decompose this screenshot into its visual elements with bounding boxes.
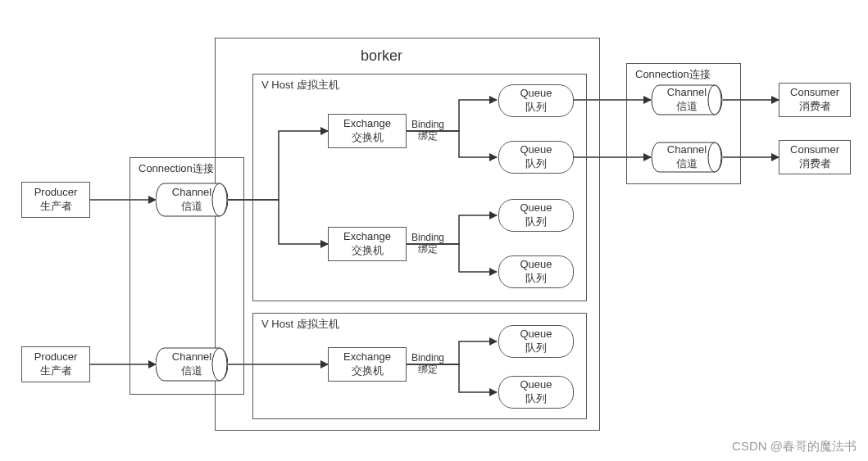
queue-3b: Queue队列 — [498, 376, 574, 409]
producer-1-l1: Producer — [34, 186, 78, 200]
channel-right-2: Channel 信道 — [651, 141, 723, 174]
cons1-l2: 消费者 — [799, 100, 831, 114]
binding-2: Binding绑定 — [411, 232, 444, 255]
ex3-l1: Exchange — [343, 350, 391, 364]
ch-r1-l1: Channel — [667, 86, 707, 100]
binding-1: Binding绑定 — [411, 119, 444, 142]
ex1-l2: 交换机 — [352, 131, 384, 145]
queue-2a: Queue队列 — [498, 199, 574, 232]
ch-r2-l2: 信道 — [676, 157, 698, 171]
channel-left-1: Channel 信道 — [156, 182, 228, 218]
ch-l1-l2: 信道 — [181, 200, 202, 214]
ch-l2-l1: Channel — [172, 350, 211, 364]
producer-2-l1: Producer — [34, 350, 78, 364]
ex2-l2: 交换机 — [352, 244, 384, 258]
cons2-l2: 消费者 — [799, 157, 831, 171]
vhost1-title: V Host 虚拟主机 — [261, 78, 339, 93]
binding-3: Binding绑定 — [411, 352, 444, 376]
ch-l1-l1: Channel — [172, 186, 211, 200]
svg-point-8 — [212, 348, 227, 381]
queue-2b: Queue队列 — [498, 255, 574, 288]
svg-point-10 — [708, 142, 721, 172]
ex3-l2: 交换机 — [352, 364, 384, 378]
cons2-l1: Consumer — [790, 143, 839, 157]
consumer-1: Consumer 消费者 — [779, 83, 851, 117]
queue-1b: Queue队列 — [498, 141, 574, 174]
ex2-l1: Exchange — [343, 230, 391, 244]
ch-r1-l2: 信道 — [676, 100, 698, 114]
channel-left-2: Channel 信道 — [156, 346, 228, 382]
svg-point-9 — [708, 85, 721, 115]
broker-title: borker — [361, 47, 402, 66]
channel-right-1: Channel 信道 — [651, 84, 723, 116]
consumer-2: Consumer 消费者 — [779, 140, 851, 174]
exchange-1: Exchange 交换机 — [328, 114, 407, 148]
ch-r2-l1: Channel — [667, 143, 707, 157]
producer-2-l2: 生产者 — [40, 364, 72, 378]
connection-right-title: Connection连接 — [635, 67, 711, 82]
svg-point-7 — [212, 183, 227, 216]
ex1-l1: Exchange — [343, 117, 391, 131]
producer-2: Producer 生产者 — [21, 346, 90, 382]
vhost2-title: V Host 虚拟主机 — [261, 317, 339, 332]
producer-1: Producer 生产者 — [21, 182, 90, 218]
queue-1a: Queue队列 — [498, 84, 574, 117]
watermark: CSDN @春哥的魔法书 — [732, 439, 857, 454]
ch-l2-l2: 信道 — [181, 364, 202, 378]
exchange-2: Exchange 交换机 — [328, 227, 407, 261]
queue-3a: Queue队列 — [498, 325, 574, 358]
exchange-3: Exchange 交换机 — [328, 347, 407, 382]
producer-1-l2: 生产者 — [40, 200, 72, 214]
cons1-l1: Consumer — [790, 86, 839, 100]
connection-left-title: Connection连接 — [139, 161, 214, 176]
